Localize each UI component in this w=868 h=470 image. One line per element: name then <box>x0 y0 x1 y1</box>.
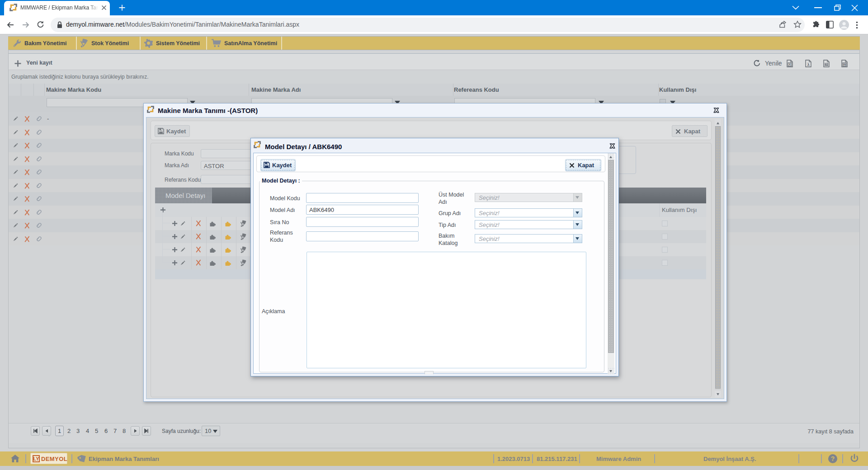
svg-text:?: ? <box>831 455 835 462</box>
svg-text:CSV: CSV <box>824 63 829 66</box>
svg-text:λ: λ <box>807 62 810 67</box>
svg-text:X: X <box>788 62 791 66</box>
svg-text:W: W <box>843 63 846 66</box>
svg-text:LY: LY <box>33 456 39 461</box>
